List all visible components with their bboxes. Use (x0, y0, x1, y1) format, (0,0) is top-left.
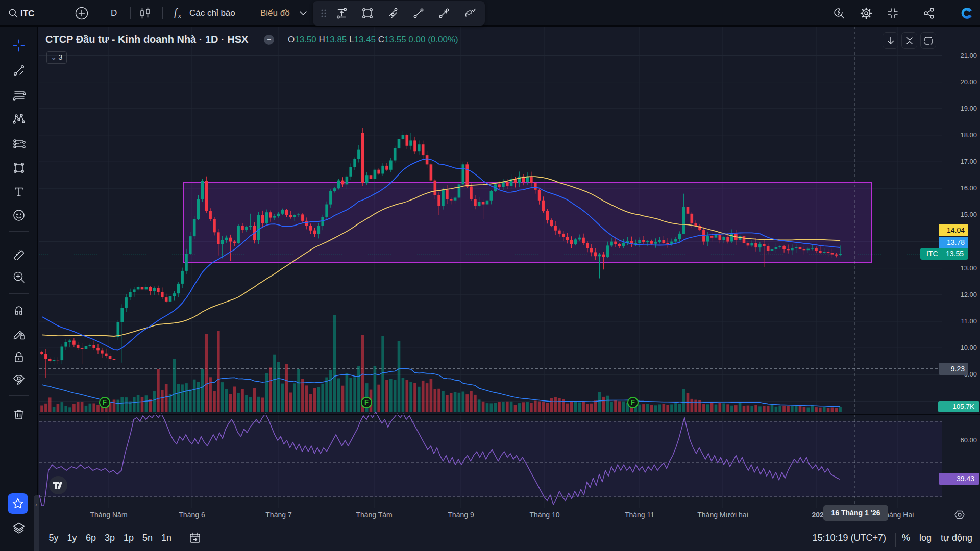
svg-text:f: f (174, 7, 178, 18)
svg-text:x: x (178, 13, 181, 19)
